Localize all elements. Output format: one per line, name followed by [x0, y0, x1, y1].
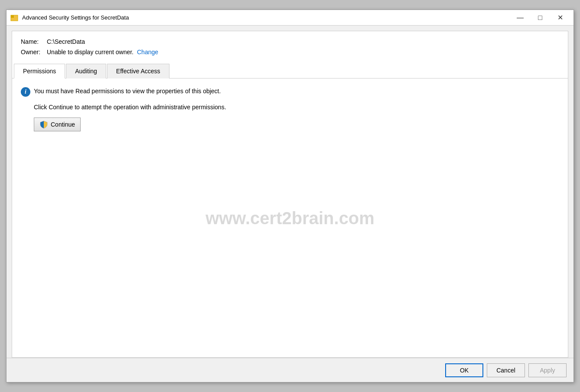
- change-owner-link[interactable]: Change: [137, 49, 158, 56]
- title-bar: Advanced Security Settings for SecretDat…: [7, 10, 573, 26]
- close-button[interactable]: ✕: [550, 11, 570, 25]
- window-controls: — □ ✕: [510, 11, 570, 25]
- cancel-button[interactable]: Cancel: [487, 363, 525, 377]
- apply-button[interactable]: Apply: [528, 363, 567, 377]
- main-window: Advanced Security Settings for SecretDat…: [6, 10, 574, 382]
- owner-label: Owner:: [21, 49, 47, 56]
- continue-button-label: Continue: [51, 121, 75, 128]
- svg-rect-1: [11, 15, 14, 18]
- info-icon: i: [21, 87, 30, 97]
- tab-permissions[interactable]: Permissions: [14, 64, 65, 78]
- owner-row: Owner: Unable to display current owner. …: [21, 49, 559, 56]
- permissions-tab-content: i You must have Read permissions to view…: [12, 78, 568, 140]
- info-section: Name: C:\SecretData Owner: Unable to dis…: [12, 31, 568, 63]
- name-value: C:\SecretData: [47, 38, 85, 45]
- name-row: Name: C:\SecretData: [21, 38, 559, 45]
- footer: OK Cancel Apply: [7, 358, 573, 382]
- name-label: Name:: [21, 38, 47, 45]
- info-message-text: You must have Read permissions to view t…: [34, 87, 221, 96]
- continue-description: Click Continue to attempt the operation …: [34, 104, 559, 111]
- tab-effective-access[interactable]: Effective Access: [107, 64, 169, 78]
- tabs-container: Permissions Auditing Effective Access: [12, 63, 568, 78]
- owner-value: Unable to display current owner.: [47, 49, 134, 56]
- window-icon: [10, 13, 19, 22]
- maximize-button[interactable]: □: [530, 11, 550, 25]
- window-content-area: Name: C:\SecretData Owner: Unable to dis…: [12, 31, 568, 358]
- tab-content-area: i You must have Read permissions to view…: [12, 78, 568, 357]
- window-title: Advanced Security Settings for SecretDat…: [22, 14, 510, 21]
- ok-button[interactable]: OK: [445, 363, 483, 377]
- tab-auditing[interactable]: Auditing: [66, 64, 106, 78]
- uac-shield-icon: [39, 120, 48, 129]
- continue-button[interactable]: Continue: [34, 118, 81, 131]
- minimize-button[interactable]: —: [510, 11, 530, 25]
- info-message: i You must have Read permissions to view…: [21, 87, 559, 97]
